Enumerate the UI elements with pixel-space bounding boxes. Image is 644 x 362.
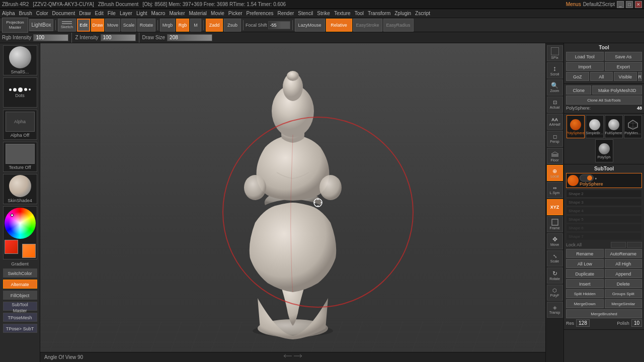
res-value[interactable]: 128 — [576, 319, 590, 327]
script-label[interactable]: DefaultZScript — [583, 2, 615, 7]
nav-alpha[interactable]: Alpha — [2, 11, 15, 16]
actual-button[interactable]: ⊡ Actual — [547, 97, 563, 113]
insert-button[interactable]: Insert — [566, 279, 604, 288]
move-button[interactable]: Move — [105, 19, 120, 32]
persp-button[interactable]: ◻ Persp — [547, 131, 563, 147]
tool-thumb-simplebrush[interactable]: SimpleBr... — [586, 115, 604, 138]
nav-light[interactable]: Light — [136, 11, 147, 16]
subtool-item-5[interactable]: Shape 5 — [566, 215, 642, 223]
nav-layer[interactable]: Layer — [120, 11, 132, 16]
maximize-button[interactable]: □ — [626, 1, 633, 8]
subtool-item-4[interactable]: Shape 4 — [566, 207, 642, 215]
nav-preferences[interactable]: Preferences — [247, 11, 274, 16]
draw-button[interactable]: Draw — [91, 19, 104, 32]
make-polymesh-button[interactable]: Make PolyMesh3D — [592, 85, 642, 95]
groups-split-button[interactable]: Groups Split — [605, 289, 642, 298]
nav-material[interactable]: Material — [189, 11, 207, 16]
draw-size-slider[interactable]: 208 — [167, 34, 212, 41]
lightbox-button[interactable]: LightBox — [29, 19, 53, 31]
subtool-item-3[interactable]: Shape 3 — [566, 198, 642, 206]
easy-stroke-button[interactable]: EasyStroke — [353, 19, 382, 32]
split-hidden-button[interactable]: Split Hidden — [566, 289, 604, 298]
all-button[interactable]: All — [590, 72, 613, 81]
easy-radius-button[interactable]: EasyRadius — [383, 19, 414, 32]
subtool-item-7[interactable]: Shape 7 — [566, 232, 642, 240]
nav-zscript[interactable]: Zscript — [415, 11, 430, 16]
nav-stencil[interactable]: Stencil — [298, 11, 313, 16]
switch-color-button[interactable]: SwitchColor — [3, 268, 37, 278]
canvas-area[interactable]: Angle Of View 90 — [40, 43, 545, 362]
menus-label[interactable]: Menus — [566, 2, 581, 7]
close-button[interactable]: ✕ — [635, 1, 642, 8]
material-preview[interactable]: SkinShade4 — [3, 174, 37, 204]
load-tool-button[interactable]: Load Tool — [566, 52, 604, 61]
alternate-button[interactable]: Alternate — [3, 280, 37, 289]
nav-picker[interactable]: Picker — [228, 11, 243, 16]
scale-button[interactable]: Scale — [121, 19, 136, 32]
scale-tool-button[interactable]: ⤡ Scale — [547, 250, 563, 266]
nav-transform[interactable]: Transform — [368, 11, 390, 16]
auto-rename-button[interactable]: AutoRename — [605, 249, 642, 258]
rename-button[interactable]: Rename — [566, 249, 604, 258]
mrgb-button[interactable]: Mrgb — [160, 19, 175, 32]
tpose-mesh-button[interactable]: TPoseMesh — [3, 313, 37, 322]
polish-value[interactable]: 10 — [631, 319, 642, 327]
nav-edit[interactable]: Edit — [95, 11, 104, 16]
local-button[interactable]: ⊕ Local — [547, 165, 563, 181]
tpose-subt-button[interactable]: TPose> SubT — [3, 324, 37, 333]
nav-texture[interactable]: Texture — [334, 11, 351, 16]
clone-all-subtools-button[interactable]: Clone All SubTools — [566, 96, 642, 105]
r-button[interactable]: R — [638, 72, 642, 81]
nav-movie[interactable]: Movie — [211, 11, 224, 16]
import-button[interactable]: Import — [566, 62, 604, 71]
texture-preview[interactable]: Texture Off — [3, 142, 37, 172]
nav-draw[interactable]: Draw — [79, 11, 91, 16]
export-button[interactable]: Export — [605, 62, 642, 71]
tool-thumb-polysph[interactable]: PolySph — [595, 139, 613, 162]
lazy-mouse-button[interactable]: LazyMouse — [295, 19, 325, 32]
duplicate-button[interactable]: Duplicate — [566, 269, 604, 278]
m-button[interactable]: M — [190, 19, 201, 32]
subtool-visibility-toggle[interactable] — [580, 174, 594, 182]
background-color[interactable] — [22, 244, 36, 258]
quick-sketch-button[interactable]: Sketch — [58, 19, 76, 32]
aahalf-button[interactable]: AA AAHalf — [547, 114, 563, 130]
zadd-button[interactable]: Zadd — [206, 19, 223, 32]
nav-strike[interactable]: Strike — [317, 11, 330, 16]
all-low-button[interactable]: All Low — [566, 259, 604, 268]
lsym-button[interactable]: ⇔ L.Sym — [547, 182, 563, 198]
nav-file[interactable]: File — [108, 11, 116, 16]
nav-zplugin[interactable]: Zplugin — [394, 11, 411, 16]
nav-render[interactable]: Render — [278, 11, 294, 16]
nav-brush[interactable]: Brush — [19, 11, 32, 16]
minimize-button[interactable]: _ — [617, 1, 624, 8]
rotate-tool-button[interactable]: ↻ Rotate — [547, 267, 563, 284]
alpha-preview[interactable]: Alpha Alpha Off — [3, 110, 37, 140]
nav-tool[interactable]: Tool — [355, 11, 364, 16]
frame-button[interactable]: Frame — [547, 216, 563, 232]
relative-button[interactable]: Relative — [326, 19, 352, 32]
all-high-button[interactable]: All High — [605, 259, 642, 268]
tool-thumb-fullsphere[interactable]: FullSphere — [605, 115, 623, 138]
move-tool-button[interactable]: ✥ Move — [547, 233, 563, 249]
stroke-type-preview[interactable]: Dots — [3, 77, 37, 108]
edit-button[interactable]: Edit — [77, 19, 90, 32]
clone-button[interactable]: Clone — [566, 85, 591, 95]
zsub-button[interactable]: Zsub — [224, 19, 241, 32]
nav-color[interactable]: Color — [36, 11, 48, 16]
fill-object-button[interactable]: FillObject — [3, 291, 37, 300]
save-as-button[interactable]: Save As — [605, 52, 642, 61]
focal-shift-slider[interactable]: -55 — [268, 21, 290, 29]
projection-master-button[interactable]: Projection Master — [2, 18, 28, 33]
brush-preview[interactable]: SmallS... — [3, 45, 37, 75]
visible-button[interactable]: Visible — [614, 72, 637, 81]
scroll-button[interactable]: ↕ Scroll — [547, 62, 563, 78]
transp-button[interactable]: ◈ Transp — [547, 302, 563, 318]
polyf-button[interactable]: ⬡ PolyF — [547, 285, 563, 301]
subtool-active-item[interactable]: ● PolySphere — [566, 173, 642, 188]
rgb-button[interactable]: Rgb — [176, 19, 189, 32]
tool-thumb-polysphere[interactable]: PolySphere — [567, 115, 585, 138]
tool-thumb-polymesh[interactable]: PolyMes... — [624, 115, 642, 138]
nav-document[interactable]: Document — [52, 11, 75, 16]
delete-button[interactable]: Delete — [605, 279, 642, 288]
